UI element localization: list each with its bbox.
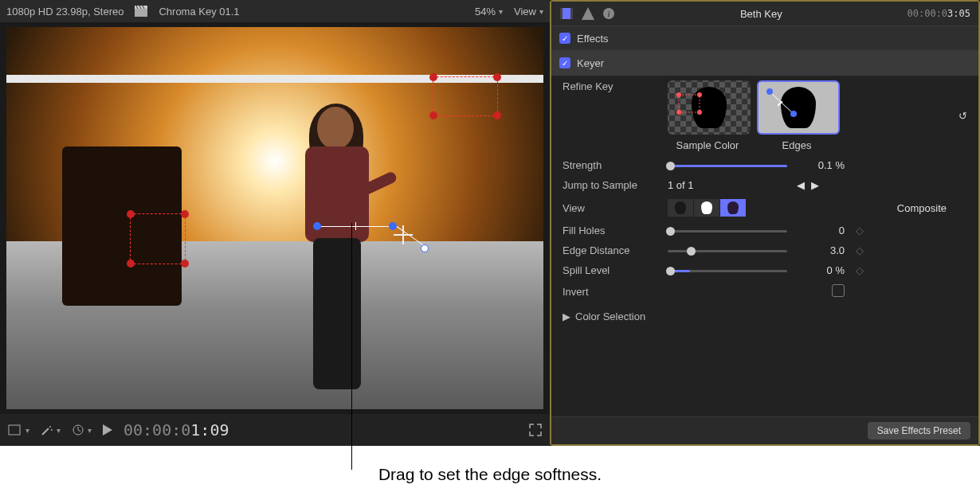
svg-point-18 — [697, 110, 702, 115]
clip-name: Chroma Key 01.1 — [159, 6, 239, 18]
svg-rect-14 — [679, 95, 700, 112]
chevron-down-icon: ▾ — [499, 7, 503, 16]
keyframe-icon[interactable]: ◇ — [854, 244, 865, 256]
keyer-checkbox[interactable]: ✓ — [559, 57, 570, 68]
edge-distance-label: Edge Distance — [563, 244, 658, 256]
viewer-control-bar: ▾ ▾ ▾ 00:00:01:09 — [0, 414, 550, 446]
spill-level-slider[interactable] — [668, 265, 787, 276]
zoom-menu[interactable]: 54%▾ — [475, 6, 503, 18]
fullscreen-button[interactable] — [529, 424, 542, 436]
svg-point-20 — [766, 88, 773, 95]
play-button[interactable] — [103, 424, 112, 436]
view-value: Composite — [897, 202, 947, 214]
effects-checkbox[interactable]: ✓ — [559, 33, 570, 44]
jump-stepper[interactable]: ◀▶ — [797, 179, 845, 191]
edge-softness-handle[interactable] — [355, 222, 356, 230]
chevron-down-icon: ▾ — [539, 7, 543, 16]
svg-rect-5 — [9, 425, 20, 435]
strength-value[interactable]: 0.1 % — [797, 159, 845, 171]
video-inspector-tab[interactable] — [559, 7, 574, 20]
svg-text:i: i — [607, 9, 610, 18]
color-selection-disclosure[interactable]: ▶ Color Selection — [563, 307, 967, 326]
next-sample-icon: ▶ — [811, 179, 819, 191]
svg-point-17 — [676, 110, 681, 115]
invert-label: Invert — [563, 286, 658, 298]
color-inspector-tab[interactable] — [582, 7, 594, 20]
sample-color-rect[interactable] — [130, 213, 186, 264]
sample-color-rect[interactable] — [433, 76, 498, 116]
view-mode-buttons[interactable] — [668, 199, 747, 217]
callout-text: Drag to set the edge softness. — [0, 446, 980, 495]
svg-rect-10 — [560, 8, 563, 19]
callout-leader-line — [351, 223, 352, 470]
keyer-header[interactable]: ✓ Keyer — [551, 51, 978, 76]
clapper-icon[interactable] — [135, 6, 147, 17]
view-label: View — [563, 202, 658, 214]
fill-holes-value[interactable]: 0 — [797, 225, 845, 236]
edge-distance-value[interactable]: 3.0 — [797, 244, 845, 256]
view-menu[interactable]: View▾ — [514, 6, 543, 18]
jump-to-sample-label: Jump to Sample — [563, 179, 658, 191]
svg-point-6 — [49, 426, 51, 428]
jump-to-sample-value: 1 of 1 — [668, 179, 787, 191]
fill-holes-label: Fill Holes — [563, 225, 658, 236]
inspector-clip-name: Beth Key — [615, 8, 907, 20]
spill-level-value[interactable]: 0 % — [797, 264, 845, 276]
sample-color-tool[interactable]: Sample Color — [668, 80, 747, 151]
fill-holes-slider[interactable] — [668, 225, 787, 236]
inspector-panel: i Beth Key 00:00:03:05 ✓ Effects ✓ Keyer… — [550, 0, 980, 446]
viewer-canvas[interactable] — [6, 27, 543, 409]
info-inspector-tab[interactable]: i — [602, 7, 615, 20]
inspector-timecode: 00:00:03:05 — [907, 8, 970, 19]
strength-slider[interactable] — [668, 160, 787, 171]
enhance-menu[interactable]: ▾ — [41, 424, 61, 436]
svg-point-16 — [697, 92, 702, 97]
effects-header[interactable]: ✓ Effects — [551, 26, 978, 51]
keyframe-icon[interactable]: ◇ — [854, 225, 865, 236]
spill-level-label: Spill Level — [563, 264, 658, 276]
keyframe-icon[interactable]: ◇ — [854, 264, 865, 276]
edges-control[interactable] — [317, 222, 421, 254]
viewer-timecode: 00:00:01:09 — [123, 420, 229, 439]
transform-menu[interactable]: ▾ — [8, 424, 29, 436]
refine-key-label: Refine Key — [563, 80, 658, 92]
prev-sample-icon: ◀ — [797, 179, 805, 191]
strength-label: Strength — [563, 159, 658, 171]
svg-rect-11 — [570, 8, 573, 19]
invert-checkbox[interactable] — [832, 284, 845, 297]
svg-rect-0 — [135, 9, 147, 17]
reset-icon[interactable]: ↺ — [958, 110, 967, 122]
svg-point-21 — [790, 111, 797, 117]
svg-point-7 — [51, 429, 53, 431]
clip-format: 1080p HD 23.98p, Stereo — [6, 6, 123, 18]
save-effects-preset-button[interactable]: Save Effects Preset — [868, 422, 970, 439]
edge-distance-slider[interactable] — [668, 245, 787, 256]
svg-point-15 — [676, 92, 681, 97]
retime-menu[interactable]: ▾ — [72, 424, 92, 436]
disclosure-triangle-icon: ▶ — [563, 311, 570, 322]
crosshair-cursor — [394, 225, 413, 244]
edges-tool[interactable]: Edges — [757, 80, 837, 151]
viewer-topbar: 1080p HD 23.98p, Stereo Chroma Key 01.1 … — [0, 0, 550, 22]
